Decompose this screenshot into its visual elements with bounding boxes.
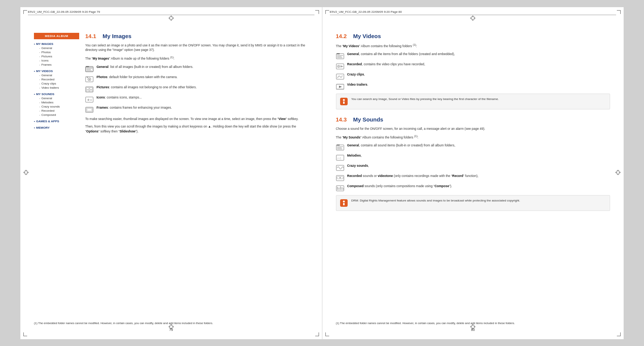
svg-marker-54 [340,65,343,68]
sidebar-my-images: MY IMAGES General Photos Pictures Icons … [34,42,79,66]
folder-text-photos: Photos: default folder for pictures take… [97,75,308,80]
svg-rect-79 [343,188,344,190]
sidebar-bullet-my-sounds: MY SOUNDS [34,92,79,96]
folder-list-sounds: General, contains all sound items (built… [336,143,610,191]
folder-text-general: General: list of all images (built-in or… [97,65,308,69]
folder-item-photos: Photos: default folder for pictures take… [85,75,308,82]
section-14-1-para1: You can select an image or a photo and u… [85,43,308,53]
corner-bl [23,332,27,336]
crazy-clips-icon [336,73,344,80]
svg-rect-14 [86,69,91,70]
svg-rect-24 [90,90,92,92]
folder-item-general-snd: General, contains all sound items (built… [336,143,610,151]
svg-rect-13 [86,68,92,69]
corner-br [315,332,319,336]
pictures-folder-icon [85,86,94,92]
folder-item-general: General: list of all images (built-in or… [85,65,308,72]
svg-rect-12 [86,66,89,67]
svg-rect-57 [337,84,344,85]
section-14-1-label: My Images [103,33,132,39]
section-14-1-para3: To make searching easier, thumbnail imag… [85,117,308,121]
folder-text-crazy-sounds: Crazy sounds, [347,164,610,168]
page-left: E5V2_UM_FCC-GB_22-09-05 22/09/05 9:20 Pa… [20,7,322,339]
info-text-videos: You can search any Image, Sound or Video… [351,97,499,101]
svg-rect-65 [337,146,343,147]
composed-icon [336,185,344,191]
section-14-2-label: My Videos [353,33,381,39]
section-14-2: 14.2 My Videos The “My Videos” Album con… [336,33,610,110]
corner-bl-r [325,332,329,336]
right-main-content: 14.2 My Videos The “My Videos” Album con… [336,33,610,211]
folder-text-recorded-vid: Recorded, contains the video clips you h… [347,62,610,67]
folder-item-video-trailers: Video trailers. [336,83,610,90]
section-14-3: 14.3 My Sounds Choose a sound for the ON… [336,116,610,211]
photos-folder-icon [85,75,94,82]
info-text-drm: DRM: Digital Rights Management feature a… [351,198,520,203]
page-right: E5V2_UM_FCC-GB_22-09-05 22/09/05 9:20 Pa… [322,7,624,339]
folder-item-composed: Composed sounds (only contains compositi… [336,184,610,191]
sidebar-games-apps: GAMES & APPS [34,120,79,123]
svg-text:♪♫: ♪♫ [337,156,341,160]
svg-rect-48 [337,55,343,56]
sidebar-bullet-my-videos: MY VIDEOS [34,69,79,73]
sidebar-sub-frames: Frames [34,63,79,66]
folder-item-crazy-sounds: Crazy sounds, [336,164,610,171]
sidebar-bullet-my-images: MY IMAGES [34,42,79,46]
svg-rect-30 [87,109,92,111]
svg-rect-15 [86,70,92,71]
page-header-right: E5V2_UM_FCC-GB_22-09-05 22/09/05 9:20 Pa… [330,10,616,15]
svg-point-81 [343,201,345,203]
section-14-3-para1: Choose a sound for the ON/OFF screen, fo… [336,126,610,131]
sidebar-sub-general-vid: General [34,74,79,77]
section-14-2-title: 14.2 My Videos [336,33,610,39]
svg-rect-21 [86,88,89,89]
folder-item-icons: ★ ✦ Icons: contains icons, stamps... [85,95,308,103]
svg-rect-23 [86,90,89,92]
folder-text-general-snd: General, contains all sound items (built… [347,143,610,148]
crazy-sounds-icon [336,164,344,171]
sidebar-bullet-games: GAMES & APPS [34,120,79,123]
svg-rect-76 [339,188,339,190]
sidebar-sub-icons: Icons [34,59,79,62]
corner-br-r [617,332,621,336]
folder-list-images: General: list of all images (built-in or… [85,65,308,113]
folder-text-icons: Icons: contains icons, stamps... [97,95,308,100]
svg-rect-82 [343,203,345,205]
recorded-vid-icon [336,63,344,69]
left-main-content: MEDIA ALBUM MY IMAGES General Photos Pic… [34,33,308,137]
general-folder-icon [85,65,94,72]
crosshair-top-left [169,15,174,22]
svg-rect-49 [337,56,342,57]
sidebar-sub-general-img: General [34,46,79,50]
sidebar-bullet-memory: MEMORY [34,126,79,129]
sidebar-sub-recorded-snd: Recorded [34,109,79,112]
folder-text-frames: Frames: contains frames for enhancing yo… [97,106,308,110]
svg-rect-67 [337,149,342,149]
corner-tl [23,10,27,14]
svg-rect-70 [336,165,344,171]
sidebar: MEDIA ALBUM MY IMAGES General Photos Pic… [34,33,79,137]
folder-list-videos: General, contains all the items from all… [336,52,610,90]
sidebar-sub-general-snd: General [34,97,79,100]
main-content-left: 14.1 My Images You can select an image o… [85,33,308,137]
folder-text-recorded-snd: Recorded sounds or videotone (only conta… [347,174,610,178]
folder-item-recorded-snd: Recorded sounds or videotone (only conta… [336,174,610,181]
svg-point-73 [339,177,341,178]
page-number-left: 79 [169,328,173,332]
svg-rect-75 [337,187,338,190]
video-trailers-icon [336,83,344,90]
svg-rect-66 [337,148,342,148]
sidebar-title: MEDIA ALBUM [34,33,79,39]
folder-text-composed: Composed sounds (only contains compositi… [347,184,610,189]
melodies-icon: ♪♫ [336,154,344,161]
svg-point-18 [89,78,90,80]
general-vid-icon [336,52,344,59]
folder-text-melodies: Melodies, [347,154,610,158]
svg-rect-64 [337,145,340,146]
recorded-snd-icon [336,174,344,181]
folder-item-pictures: Pictures: contains all images not belong… [85,85,308,92]
section-14-3-title: 14.3 My Sounds [336,116,610,123]
corner-tr-r [617,10,621,14]
icons-folder-icon: ★ ✦ [85,96,94,103]
svg-rect-50 [337,57,342,58]
